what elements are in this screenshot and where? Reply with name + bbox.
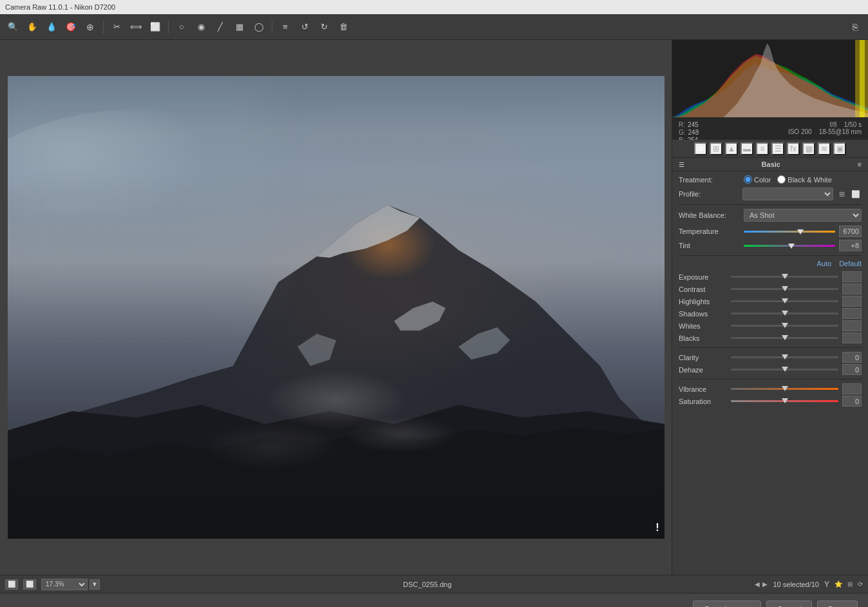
whites-track[interactable] bbox=[731, 325, 838, 327]
grid-view-btn[interactable]: ⊞ bbox=[847, 581, 853, 588]
color-radio[interactable] bbox=[744, 175, 752, 184]
dehaze-track[interactable] bbox=[731, 369, 838, 371]
color-radio-label[interactable]: Color bbox=[744, 175, 771, 184]
blacks-value[interactable] bbox=[842, 332, 862, 343]
auto-link[interactable]: Auto bbox=[817, 260, 832, 267]
bw-radio[interactable] bbox=[777, 175, 786, 184]
straighten-tool[interactable]: ⟺ bbox=[128, 19, 144, 35]
target-adjustment-tool[interactable]: ⊕ bbox=[82, 19, 98, 35]
tab-calibration[interactable]: ▩ bbox=[802, 142, 815, 155]
prev-image-btn[interactable]: ◀ bbox=[755, 581, 760, 588]
redo-btn[interactable]: ↻ bbox=[316, 19, 332, 35]
white-balance-tool[interactable]: 💧 bbox=[44, 19, 59, 35]
profile-grid-btn[interactable]: ⊞ bbox=[836, 188, 847, 200]
vibrance-value[interactable] bbox=[842, 383, 862, 394]
zoom-control: 17.3% Fit in View 100% ▼ bbox=[41, 579, 100, 590]
blacks-row: Blacks bbox=[679, 332, 862, 343]
tab-presets[interactable]: ≋ bbox=[818, 142, 831, 155]
snapshots-btn[interactable]: ≡ bbox=[278, 19, 293, 35]
profile-expand-btn[interactable]: ⬜ bbox=[850, 188, 862, 200]
tint-thumb[interactable] bbox=[788, 244, 795, 249]
zoom-select[interactable]: 17.3% Fit in View 100% bbox=[41, 579, 88, 590]
tab-snapshots[interactable]: ▣ bbox=[833, 142, 846, 155]
highlights-thumb[interactable] bbox=[782, 298, 788, 304]
shadows-value[interactable] bbox=[842, 308, 862, 319]
temperature-value[interactable]: 6700 bbox=[839, 226, 862, 237]
undo-btn[interactable]: ↺ bbox=[297, 19, 312, 35]
dehaze-value[interactable]: 0 bbox=[842, 364, 862, 375]
histogram-chart bbox=[672, 40, 868, 117]
color-sampler-tool[interactable]: 🎯 bbox=[63, 19, 79, 35]
shadows-track[interactable] bbox=[731, 313, 838, 314]
exposure-thumb[interactable] bbox=[782, 274, 788, 279]
vibrance-track[interactable] bbox=[731, 388, 838, 390]
saturation-value[interactable]: 0 bbox=[842, 396, 862, 407]
profile-select[interactable] bbox=[742, 188, 833, 200]
exposure-track[interactable] bbox=[731, 276, 838, 278]
tab-detail[interactable]: ▲ bbox=[725, 142, 738, 155]
rating-btn[interactable]: ⭐ bbox=[835, 581, 842, 588]
zoom-tool[interactable]: 🔍 bbox=[5, 19, 21, 35]
saturation-label: Saturation bbox=[679, 398, 727, 405]
blacks-track[interactable] bbox=[731, 337, 838, 339]
rgb-readout: R: 245 G: 248 B: 254 f/8 bbox=[672, 119, 868, 140]
temperature-thumb[interactable] bbox=[797, 229, 804, 235]
tab-basic[interactable]: ⚙ bbox=[694, 142, 707, 155]
tint-track[interactable] bbox=[744, 245, 835, 247]
highlights-value[interactable] bbox=[842, 296, 862, 307]
delete-btn[interactable]: 🗑 bbox=[335, 19, 351, 35]
tab-split-toning[interactable]: ≡ bbox=[756, 142, 769, 155]
divider-1 bbox=[679, 204, 862, 205]
loop-btn[interactable]: ⟳ bbox=[858, 581, 863, 588]
wb-select[interactable]: As Shot Auto Daylight Cloudy Shade Tungs… bbox=[744, 209, 862, 222]
graduated-filter-tool[interactable]: ▦ bbox=[232, 19, 247, 35]
open-in-photoshop-btn[interactable]: ⎘ bbox=[847, 19, 863, 35]
default-link[interactable]: Default bbox=[839, 260, 862, 267]
blacks-label: Blacks bbox=[679, 334, 727, 342]
temperature-track[interactable] bbox=[744, 231, 835, 233]
bw-radio-label[interactable]: Black & White bbox=[777, 175, 831, 184]
spot-removal-tool[interactable]: ○ bbox=[174, 19, 189, 35]
exposure-value[interactable] bbox=[842, 271, 862, 282]
tab-lens-corrections[interactable]: ☰ bbox=[771, 142, 784, 155]
contrast-value[interactable] bbox=[842, 284, 862, 294]
dehaze-thumb[interactable] bbox=[782, 367, 788, 372]
cancel-btn[interactable]: Cancel bbox=[766, 601, 812, 608]
zoom-dropdown-btn[interactable]: ▼ bbox=[90, 579, 100, 590]
open-images-btn[interactable]: Open Images bbox=[693, 601, 761, 608]
shadows-thumb[interactable] bbox=[782, 311, 788, 316]
titlebar: Camera Raw 11.0.1 - Nikon D7200 bbox=[0, 0, 868, 14]
contrast-track[interactable] bbox=[731, 288, 838, 290]
canvas-area[interactable]: ! bbox=[0, 40, 672, 575]
next-image-btn[interactable]: ▶ bbox=[762, 581, 768, 588]
adjustment-brush-tool[interactable]: ╱ bbox=[212, 19, 228, 35]
clarity-track[interactable] bbox=[731, 356, 838, 358]
blacks-thumb[interactable] bbox=[782, 335, 788, 340]
clarity-value[interactable]: 0 bbox=[842, 352, 862, 363]
radial-filter-tool[interactable]: ◯ bbox=[251, 19, 267, 35]
contrast-thumb[interactable] bbox=[782, 286, 788, 291]
hand-tool[interactable]: ✋ bbox=[24, 19, 40, 35]
redeye-tool[interactable]: ◉ bbox=[193, 19, 209, 35]
divider-2 bbox=[679, 255, 862, 256]
tab-effects[interactable]: fx bbox=[787, 142, 800, 155]
panel-menu-icon[interactable]: ≡ bbox=[858, 160, 862, 168]
filmstrip-toggle-btn[interactable]: ⬜ bbox=[23, 579, 36, 590]
done-btn[interactable]: Done bbox=[817, 601, 858, 608]
right-panel: R: 245 G: 248 B: 254 f/8 bbox=[672, 40, 868, 575]
tab-hsl[interactable]: ▬ bbox=[741, 142, 753, 155]
whites-thumb[interactable] bbox=[782, 323, 788, 328]
tab-tone-curve[interactable]: ⊞ bbox=[710, 142, 722, 155]
saturation-thumb[interactable] bbox=[782, 398, 788, 403]
clarity-thumb[interactable] bbox=[782, 354, 788, 360]
saturation-track[interactable] bbox=[731, 400, 838, 402]
transform-tool[interactable]: ⬜ bbox=[147, 19, 163, 35]
highlights-track[interactable] bbox=[731, 300, 838, 302]
b-value: 254 bbox=[687, 137, 698, 140]
whites-value[interactable] bbox=[842, 320, 862, 331]
vibrance-thumb[interactable] bbox=[782, 386, 788, 391]
crop-tool[interactable]: ✂ bbox=[109, 19, 124, 35]
tint-value[interactable]: +8 bbox=[839, 240, 862, 251]
view-toggle-btn[interactable]: ⬜ bbox=[5, 579, 18, 590]
filter-btn[interactable]: Y bbox=[824, 580, 829, 589]
